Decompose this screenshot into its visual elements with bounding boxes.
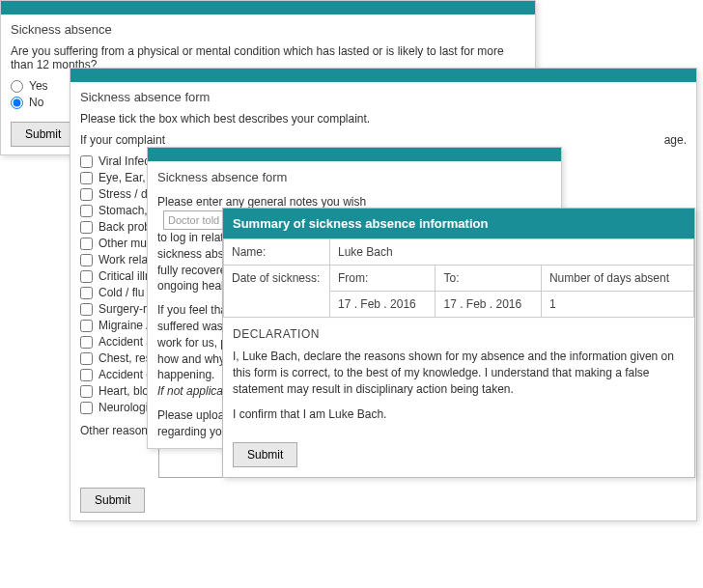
window-titlebar (148, 148, 561, 161)
complaint-checkbox[interactable] (80, 385, 93, 398)
window-title: Sickness absence (11, 22, 525, 37)
complaint-checkbox[interactable] (80, 287, 93, 299)
confirm-text: I confirm that I am Luke Bach. (233, 406, 685, 423)
complaint-checkbox[interactable] (80, 369, 93, 381)
complaint-checkbox[interactable] (80, 336, 93, 349)
instruction-text: Please tick the box which best describes… (80, 112, 687, 126)
complaint-checkbox[interactable] (80, 402, 93, 414)
complaint-checkbox[interactable] (80, 238, 93, 250)
submit-button[interactable]: Submit (233, 442, 297, 467)
other-reason-label: Other reason: (80, 420, 151, 437)
name-value: Luke Bach (330, 239, 694, 266)
days-label: Number of days absent (541, 266, 693, 292)
to-label: To: (436, 266, 541, 292)
to-value: 17 . Feb . 2016 (436, 292, 541, 318)
window-titlebar (1, 1, 535, 14)
radio-yes[interactable] (11, 80, 23, 93)
declaration-title: DECLARATION (233, 327, 685, 341)
complaint-checkbox[interactable] (80, 352, 93, 365)
window-titlebar (70, 69, 696, 82)
complaint-checkbox[interactable] (80, 303, 93, 316)
days-value: 1 (541, 292, 693, 318)
date-label: Date of sickness: (224, 266, 330, 318)
name-label: Name: (224, 239, 330, 266)
complaint-checkbox[interactable] (80, 221, 93, 234)
window-title: Sickness absence form (157, 169, 551, 186)
complaint-checkbox[interactable] (80, 155, 93, 168)
complaint-checkbox[interactable] (80, 188, 93, 201)
radio-label: No (29, 96, 43, 109)
summary-table: Name: Luke Bach Date of sickness: From: … (223, 238, 694, 318)
complaint-checkbox[interactable] (80, 172, 93, 184)
note-text: If your complaint age. (80, 133, 687, 147)
complaint-checkbox[interactable] (80, 270, 93, 283)
from-value: 17 . Feb . 2016 (330, 292, 436, 318)
submit-button[interactable]: Submit (11, 122, 75, 147)
complaint-checkbox[interactable] (80, 254, 93, 266)
radio-no[interactable] (11, 97, 23, 109)
summary-modal: Summary of sickness absence information … (222, 208, 695, 478)
complaint-checkbox[interactable] (80, 320, 93, 332)
modal-header: Summary of sickness absence information (223, 209, 694, 238)
from-label: From: (330, 266, 436, 292)
complaint-checkbox[interactable] (80, 205, 93, 217)
declaration-text: I, Luke Bach, declare the reasons shown … (233, 349, 685, 397)
submit-button[interactable]: Submit (80, 488, 145, 513)
window-title: Sickness absence form (80, 90, 687, 104)
radio-label: Yes (29, 79, 48, 93)
